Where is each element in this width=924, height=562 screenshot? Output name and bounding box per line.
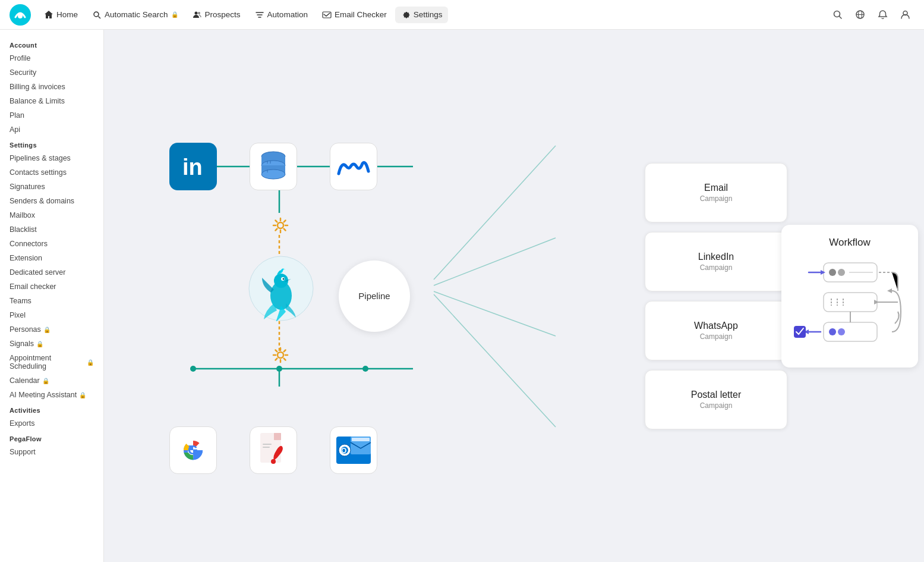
database-icon[interactable] xyxy=(250,143,297,190)
diagram-area: in xyxy=(104,30,924,562)
svg-line-28 xyxy=(434,294,556,427)
gear-icon-top xyxy=(272,217,289,237)
svg-line-3 xyxy=(99,16,101,18)
lock-icon-ai-meeting: 🔒 xyxy=(79,392,86,398)
sidebar: Account Profile Security Billing & invoi… xyxy=(0,30,104,562)
whatsapp-campaign-card[interactable]: WhatsApp Campaign xyxy=(645,301,787,360)
sidebar-section-activities: Activities xyxy=(0,402,103,416)
svg-line-26 xyxy=(434,238,556,285)
meta-icon[interactable] xyxy=(330,143,377,190)
svg-point-70 xyxy=(838,328,845,335)
top-integrations: in xyxy=(169,143,377,190)
svg-point-60 xyxy=(838,269,845,276)
sidebar-item-senders-domains[interactable]: Senders & domains xyxy=(0,194,103,208)
sidebar-item-dedicated-server[interactable]: Dedicated server xyxy=(0,265,103,280)
sidebar-item-email-checker[interactable]: Email checker xyxy=(0,280,103,294)
lock-icon-signals: 🔒 xyxy=(36,341,43,347)
sidebar-item-connectors[interactable]: Connectors xyxy=(0,237,103,251)
sidebar-item-ai-meeting-assistant[interactable]: AI Meeting Assistant 🔒 xyxy=(0,388,103,402)
workflow-visual xyxy=(791,258,909,358)
nav-prospects[interactable]: Prospects xyxy=(187,7,247,23)
app-logo[interactable] xyxy=(10,4,31,26)
bottom-integrations: G xyxy=(169,426,377,474)
campaign-cards: Email Campaign LinkedIn Campaign WhatsAp… xyxy=(645,163,787,429)
svg-marker-73 xyxy=(887,288,892,293)
svg-point-4 xyxy=(194,11,197,14)
linkedin-icon[interactable]: in xyxy=(169,143,217,190)
sidebar-item-calendar[interactable]: Calendar 🔒 xyxy=(0,373,103,388)
linkedin-campaign-card[interactable]: LinkedIn Campaign xyxy=(645,232,787,291)
svg-point-49 xyxy=(271,459,276,464)
svg-rect-50 xyxy=(263,444,272,445)
svg-point-23 xyxy=(362,366,368,372)
svg-text:in: in xyxy=(182,155,203,180)
nav-email-checker[interactable]: Email Checker xyxy=(316,7,393,23)
globe-icon-btn[interactable] xyxy=(850,5,869,24)
sidebar-item-support[interactable]: Support xyxy=(0,445,103,459)
user-icon-btn[interactable] xyxy=(895,5,914,24)
svg-point-35 xyxy=(261,169,285,179)
outlook-icon[interactable]: O xyxy=(330,426,377,474)
sidebar-item-appointment-scheduling[interactable]: Appointment Scheduling 🔒 xyxy=(0,351,103,373)
main-content: in xyxy=(104,30,924,562)
sidebar-item-profile[interactable]: Profile xyxy=(0,51,103,65)
sidebar-section-account: Account xyxy=(0,37,103,51)
sidebar-section-pegaflow: PegaFlow xyxy=(0,431,103,445)
nav-right-icons xyxy=(828,5,914,24)
sidebar-item-signals[interactable]: Signals 🔒 xyxy=(0,337,103,351)
svg-point-1 xyxy=(18,14,23,18)
sidebar-item-personas[interactable]: Personas 🔒 xyxy=(0,322,103,337)
sidebar-item-signatures[interactable]: Signatures xyxy=(0,180,103,194)
sidebar-item-plan[interactable]: Plan xyxy=(0,108,103,123)
svg-text:O: O xyxy=(341,447,346,455)
sidebar-item-api[interactable]: Api xyxy=(0,123,103,137)
paint-icon[interactable] xyxy=(250,426,297,474)
svg-point-45 xyxy=(277,352,283,358)
sidebar-item-contacts-settings[interactable]: Contacts settings xyxy=(0,165,103,180)
lock-icon-personas: 🔒 xyxy=(43,326,51,333)
svg-point-21 xyxy=(190,366,196,372)
lock-icon-appointment: 🔒 xyxy=(87,359,94,366)
svg-point-59 xyxy=(829,269,836,276)
svg-point-69 xyxy=(829,328,836,335)
postal-letter-campaign-card[interactable]: Postal letter Campaign xyxy=(645,370,787,429)
bell-icon-btn[interactable] xyxy=(873,5,892,24)
svg-line-8 xyxy=(839,17,841,19)
svg-rect-48 xyxy=(274,433,281,440)
svg-text:G: G xyxy=(188,442,198,457)
svg-point-39 xyxy=(277,222,283,228)
pipeline-node[interactable]: Pipeline xyxy=(339,260,410,332)
sidebar-item-mailbox[interactable]: Mailbox xyxy=(0,208,103,222)
google-icon[interactable]: G xyxy=(169,426,217,474)
search-icon-btn[interactable] xyxy=(828,5,847,24)
lock-icon-autosearch: 🔒 xyxy=(171,11,178,18)
svg-point-5 xyxy=(198,12,200,14)
nav-automatic-search[interactable]: Automatic Search 🔒 xyxy=(86,7,184,23)
gear-icon-bottom xyxy=(272,347,289,367)
lock-icon-calendar: 🔒 xyxy=(42,378,49,384)
sidebar-item-balance[interactable]: Balance & Limits xyxy=(0,94,103,108)
svg-line-25 xyxy=(434,146,556,280)
sidebar-item-billing[interactable]: Billing & invoices xyxy=(0,80,103,94)
sidebar-item-exports[interactable]: Exports xyxy=(0,416,103,431)
sidebar-item-blacklist[interactable]: Blacklist xyxy=(0,222,103,237)
svg-line-27 xyxy=(434,291,556,336)
sidebar-item-pipelines-stages[interactable]: Pipelines & stages xyxy=(0,151,103,165)
topnav: Home Automatic Search 🔒 Prospects Automa… xyxy=(0,0,924,30)
svg-rect-51 xyxy=(263,447,270,448)
phoenix-logo xyxy=(248,256,314,321)
svg-rect-54 xyxy=(352,438,370,441)
workflow-card[interactable]: Workflow xyxy=(781,225,918,368)
sidebar-item-pixel[interactable]: Pixel xyxy=(0,308,103,322)
svg-point-44 xyxy=(283,278,285,280)
svg-point-2 xyxy=(94,12,99,17)
email-campaign-card[interactable]: Email Campaign xyxy=(645,163,787,222)
sidebar-item-extension[interactable]: Extension xyxy=(0,251,103,265)
nav-settings[interactable]: Settings xyxy=(395,7,449,23)
sidebar-item-teams[interactable]: Teams xyxy=(0,294,103,308)
sidebar-section-settings: Settings xyxy=(0,137,103,151)
nav-home[interactable]: Home xyxy=(38,7,84,23)
sidebar-item-security[interactable]: Security xyxy=(0,65,103,80)
nav-automation[interactable]: Automation xyxy=(249,7,314,23)
